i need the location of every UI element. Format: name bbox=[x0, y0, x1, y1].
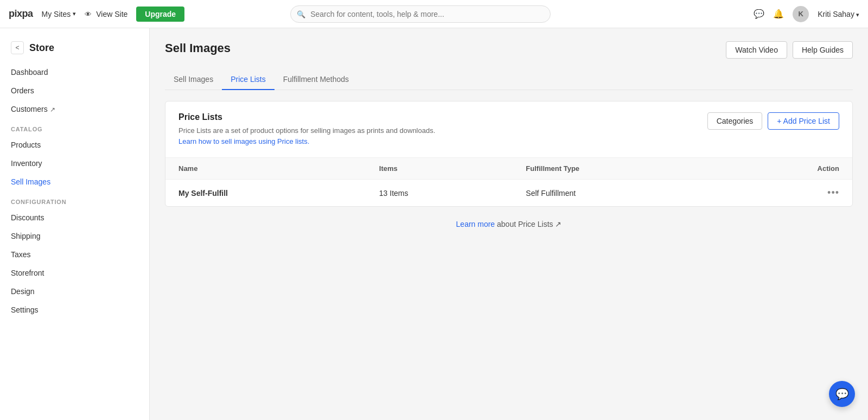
my-sites-menu[interactable]: My Sites bbox=[42, 10, 76, 18]
col-name: Name bbox=[165, 158, 366, 180]
eye-icon bbox=[85, 10, 94, 18]
help-guides-button[interactable]: Help Guides bbox=[793, 41, 853, 59]
user-menu[interactable]: Kriti Sahay bbox=[818, 10, 859, 18]
tabs: Sell Images Price Lists Fulfillment Meth… bbox=[165, 69, 853, 90]
card-title: Price Lists bbox=[178, 112, 450, 122]
sidebar-item-settings[interactable]: Settings bbox=[0, 301, 149, 319]
watch-video-button[interactable]: Watch Video bbox=[726, 41, 787, 59]
learn-more-section: Learn more about Price Lists ↗ bbox=[165, 207, 853, 241]
tab-sell-images[interactable]: Sell Images bbox=[165, 69, 222, 90]
card-info: Price Lists Price Lists are a set of pro… bbox=[178, 112, 450, 147]
card-header: Price Lists Price Lists are a set of pro… bbox=[165, 101, 852, 158]
sidebar-item-inventory[interactable]: Inventory bbox=[0, 154, 149, 173]
notification-icon[interactable]: 🔔 bbox=[773, 9, 784, 19]
search-input[interactable] bbox=[290, 5, 551, 23]
page-actions: Watch Video Help Guides bbox=[726, 41, 853, 59]
col-fulfillment-type: Fulfillment Type bbox=[513, 158, 724, 180]
page-title: Sell Images bbox=[165, 41, 231, 55]
chat-bubble[interactable]: 💬 bbox=[829, 381, 855, 407]
card-actions: Categories + Add Price List bbox=[707, 112, 839, 130]
price-lists-card: Price Lists Price Lists are a set of pro… bbox=[165, 101, 853, 207]
sidebar-item-sell-images[interactable]: Sell Images bbox=[0, 173, 149, 191]
search-icon: 🔍 bbox=[297, 10, 305, 18]
table-header: Name Items Fulfillment Type Action bbox=[165, 158, 852, 180]
action-menu-button[interactable]: ••• bbox=[827, 187, 839, 199]
row-name: My Self-Fulfill bbox=[165, 180, 366, 207]
chat-icon[interactable]: 💬 bbox=[754, 9, 764, 19]
table-row: My Self-Fulfill 13 Items Self Fulfillmen… bbox=[165, 180, 852, 207]
card-description: Price Lists are a set of product options… bbox=[178, 125, 450, 147]
sidebar-store-title: Store bbox=[29, 42, 54, 54]
sidebar-item-taxes[interactable]: Taxes bbox=[0, 245, 149, 264]
learn-more-link[interactable]: Learn more bbox=[456, 220, 495, 228]
learn-how-link[interactable]: Learn how to sell images using Price lis… bbox=[178, 137, 309, 145]
search-container: 🔍 bbox=[290, 5, 551, 23]
sidebar-item-design[interactable]: Design bbox=[0, 282, 149, 301]
sidebar-item-dashboard[interactable]: Dashboard bbox=[0, 63, 149, 81]
layout: < Store Dashboard Orders Customers CATAL… bbox=[0, 28, 868, 420]
categories-button[interactable]: Categories bbox=[707, 112, 763, 130]
table-body: My Self-Fulfill 13 Items Self Fulfillmen… bbox=[165, 180, 852, 207]
tab-price-lists[interactable]: Price Lists bbox=[222, 69, 275, 90]
catalog-section-label: CATALOG bbox=[0, 118, 149, 136]
logo: pixpa bbox=[9, 8, 33, 20]
avatar[interactable]: K bbox=[793, 6, 809, 22]
sidebar-item-storefront[interactable]: Storefront bbox=[0, 264, 149, 282]
learn-more-suffix: about Price Lists ↗ bbox=[497, 220, 561, 228]
tab-fulfillment-methods[interactable]: Fulfillment Methods bbox=[275, 69, 358, 90]
upgrade-button[interactable]: Upgrade bbox=[136, 7, 184, 22]
sidebar-item-customers[interactable]: Customers bbox=[0, 100, 149, 118]
row-fulfillment-type: Self Fulfillment bbox=[513, 180, 724, 207]
main-content: Sell Images Watch Video Help Guides Sell… bbox=[150, 28, 868, 420]
sidebar-header: < Store bbox=[0, 37, 149, 63]
add-price-list-button[interactable]: + Add Price List bbox=[768, 112, 839, 130]
row-items: 13 Items bbox=[366, 180, 513, 207]
configuration-section-label: CONFIGURATION bbox=[0, 191, 149, 208]
top-navigation: pixpa My Sites View Site Upgrade 🔍 💬 🔔 K… bbox=[0, 0, 868, 28]
topnav-right: 💬 🔔 K Kriti Sahay bbox=[754, 6, 859, 22]
col-action: Action bbox=[725, 158, 852, 180]
col-items: Items bbox=[366, 158, 513, 180]
sidebar-item-orders[interactable]: Orders bbox=[0, 81, 149, 100]
view-site-link[interactable]: View Site bbox=[85, 10, 127, 18]
price-lists-table: Name Items Fulfillment Type Action My Se… bbox=[165, 158, 852, 206]
sidebar-item-shipping[interactable]: Shipping bbox=[0, 227, 149, 245]
sidebar-item-products[interactable]: Products bbox=[0, 136, 149, 154]
sidebar-back-button[interactable]: < bbox=[11, 41, 24, 54]
row-action: ••• bbox=[725, 180, 852, 207]
sidebar-item-discounts[interactable]: Discounts bbox=[0, 208, 149, 227]
page-header: Sell Images Watch Video Help Guides bbox=[165, 41, 853, 59]
sidebar: < Store Dashboard Orders Customers CATAL… bbox=[0, 28, 150, 420]
